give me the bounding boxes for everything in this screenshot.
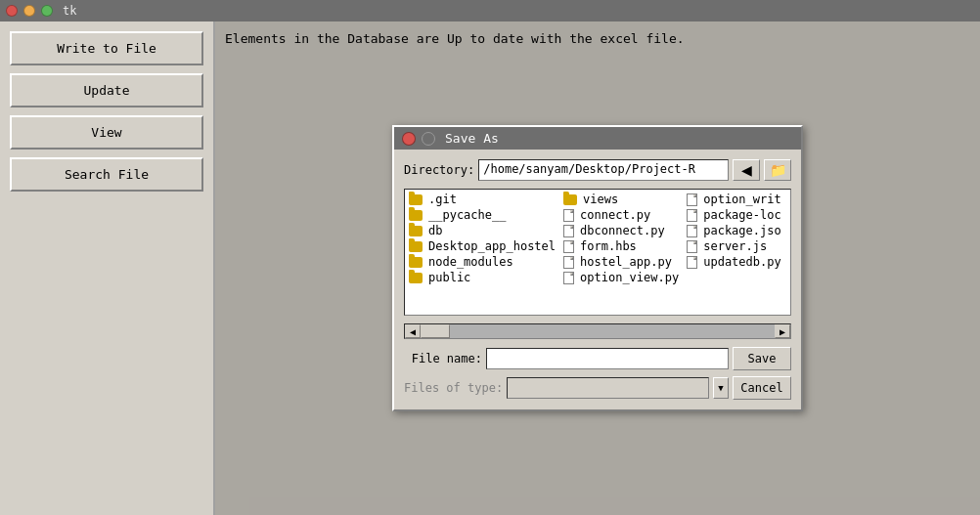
filename-input[interactable] xyxy=(486,348,729,369)
save-button[interactable]: Save xyxy=(733,347,791,370)
right-panel: Elements in the Database are Up to date … xyxy=(215,21,980,515)
file-col-3: option_writpackage-locpackage.jsoserver.… xyxy=(683,190,790,315)
save-as-dialog: Save As Directory: /home/sanyam/Desktop/… xyxy=(392,125,803,411)
directory-row: Directory: /home/sanyam/Desktop/Project-… xyxy=(404,159,791,181)
scroll-left-btn[interactable]: ◀ xyxy=(405,324,421,338)
left-panel: Write to File Update View Search File xyxy=(0,21,215,515)
list-item[interactable]: package-loc xyxy=(683,207,790,223)
list-item[interactable]: option_writ xyxy=(683,192,790,207)
app-body: Write to File Update View Search File El… xyxy=(0,21,980,515)
cancel-button[interactable]: Cancel xyxy=(733,376,791,400)
file-list[interactable]: .git__pycache__dbDesktop_app_hostelnode_… xyxy=(404,189,791,316)
write-to-file-button[interactable]: Write to File xyxy=(10,31,203,65)
list-item[interactable]: connect.py xyxy=(559,207,683,223)
modal-overlay: Save As Directory: /home/sanyam/Desktop/… xyxy=(215,21,980,515)
horizontal-scrollbar[interactable]: ◀ ▶ xyxy=(404,323,791,339)
filetype-value xyxy=(507,377,709,399)
list-item[interactable]: package.jso xyxy=(683,223,790,238)
list-item[interactable]: option_view.py xyxy=(559,270,683,285)
filetype-row: Files of type: ▼ Cancel xyxy=(404,376,791,400)
maximize-btn[interactable] xyxy=(41,5,53,17)
filetype-dropdown-btn[interactable]: ▼ xyxy=(713,377,729,399)
dialog-title: Save As xyxy=(445,131,499,146)
list-item[interactable]: Desktop_app_hostel xyxy=(405,238,559,254)
directory-value[interactable]: /home/sanyam/Desktop/Project-R xyxy=(478,159,729,181)
filename-label: File name: xyxy=(404,352,482,365)
view-button[interactable]: View xyxy=(10,115,203,150)
minimize-btn[interactable] xyxy=(23,5,35,17)
update-button[interactable]: Update xyxy=(10,73,203,107)
list-item[interactable]: views xyxy=(559,192,683,207)
list-item[interactable]: __pycache__ xyxy=(405,207,559,223)
directory-nav-folder[interactable]: 📁 xyxy=(764,159,791,181)
list-item[interactable]: public xyxy=(405,270,559,285)
directory-label: Directory: xyxy=(404,163,474,177)
file-col-2: viewsconnect.pydbconnect.pyform.hbshoste… xyxy=(559,190,683,315)
list-item[interactable]: .git xyxy=(405,192,559,207)
scroll-track[interactable] xyxy=(421,324,775,338)
list-item[interactable]: node_modules xyxy=(405,254,559,270)
window-title: tk xyxy=(63,4,76,18)
close-btn[interactable] xyxy=(6,5,18,17)
list-item[interactable]: server.js xyxy=(683,238,790,254)
list-item[interactable]: form.hbs xyxy=(559,238,683,254)
title-bar: tk xyxy=(0,0,980,21)
scroll-thumb[interactable] xyxy=(421,324,450,338)
search-file-button[interactable]: Search File xyxy=(10,157,203,192)
dialog-body: Directory: /home/sanyam/Desktop/Project-… xyxy=(394,150,801,409)
filetype-label: Files of type: xyxy=(404,381,503,395)
scroll-right-btn[interactable]: ▶ xyxy=(775,324,790,338)
list-item[interactable]: db xyxy=(405,223,559,238)
filename-row: File name: Save xyxy=(404,347,791,370)
list-item[interactable]: hostel_app.py xyxy=(559,254,683,270)
file-col-1: .git__pycache__dbDesktop_app_hostelnode_… xyxy=(405,190,559,315)
list-item[interactable]: updatedb.py xyxy=(683,254,790,270)
dialog-min-btn[interactable] xyxy=(422,132,435,146)
dialog-titlebar: Save As xyxy=(394,127,801,150)
list-item[interactable]: dbconnect.py xyxy=(559,223,683,238)
directory-nav-back[interactable]: ◀ xyxy=(733,159,760,181)
dialog-close-btn[interactable] xyxy=(402,132,416,146)
